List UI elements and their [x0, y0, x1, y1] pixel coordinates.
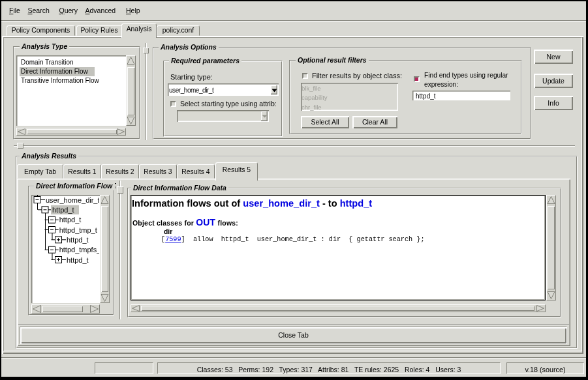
svg-text:httpd_tmpfs_t: httpd_tmpfs_t: [59, 246, 99, 254]
svg-text:httpd_t: httpd_t: [52, 206, 74, 214]
svg-text:httpd_t: httpd_t: [67, 236, 89, 244]
svg-text:httpd_t: httpd_t: [59, 216, 82, 224]
svg-text:user_home_dir_t: user_home_dir_t: [46, 196, 99, 204]
svg-text:httpd_tmp_t: httpd_tmp_t: [59, 226, 97, 234]
svg-text:httpd_t: httpd_t: [67, 256, 89, 264]
